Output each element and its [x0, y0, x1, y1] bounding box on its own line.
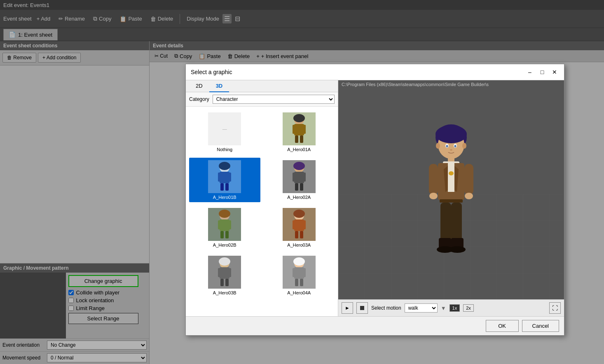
svg-rect-72 — [440, 203, 451, 242]
character-illustration — [414, 122, 488, 266]
graphic-item-hero02a[interactable]: A_Hero02A — [264, 158, 335, 202]
svg-rect-9 — [218, 173, 221, 182]
graphic-item-hero01a[interactable]: A_Hero01A — [264, 110, 335, 154]
svg-rect-65 — [448, 163, 454, 192]
category-select[interactable]: Character Map Object Vehicle Effect — [213, 95, 335, 104]
svg-point-6 — [293, 114, 305, 122]
graphic-item-hero03a[interactable]: A_Hero03A — [264, 205, 335, 250]
graphic-thumb-hero01b — [208, 160, 241, 193]
svg-rect-2 — [293, 125, 296, 134]
motion-select[interactable]: walk run idle attack — [405, 303, 438, 313]
svg-rect-10 — [228, 173, 231, 182]
speed-2x-button[interactable]: 2x — [463, 304, 474, 312]
dialog-controls: – □ ✕ — [525, 68, 559, 77]
dialog-maximize-button[interactable]: □ — [538, 68, 547, 77]
svg-rect-37 — [218, 268, 221, 277]
svg-point-58 — [454, 145, 457, 147]
fullscreen-icon: ⛶ — [552, 305, 558, 311]
graphic-name-hero02a: A_Hero02A — [287, 195, 311, 200]
graphic-item-hero02b[interactable]: A_Hero02B — [189, 205, 260, 250]
graphic-name-hero02b: A_Hero02B — [213, 243, 236, 247]
svg-point-66 — [449, 171, 454, 175]
graphic-name-nothing: Nothing — [217, 147, 232, 152]
cancel-button[interactable]: Cancel — [522, 320, 559, 332]
graphic-name-hero03b: A_Hero03B — [213, 290, 236, 295]
motion-bar: ► Select motion walk run idle attack ▼ 1… — [338, 299, 564, 316]
dialog-body: 2D 3D Category Character Map Object Vehi… — [186, 80, 564, 316]
category-label: Category — [189, 96, 209, 102]
stop-icon — [360, 306, 364, 310]
graphic-item-hero04a[interactable]: A_Hero04A — [264, 253, 335, 298]
svg-rect-70 — [464, 164, 473, 195]
svg-rect-39 — [220, 279, 224, 286]
svg-point-34 — [293, 210, 305, 218]
svg-rect-40 — [225, 279, 229, 286]
svg-rect-67 — [440, 199, 463, 203]
svg-rect-17 — [302, 173, 306, 182]
ok-button[interactable]: OK — [486, 320, 519, 332]
svg-rect-3 — [302, 125, 306, 134]
graphic-name-hero01b: A_Hero01B — [213, 195, 236, 200]
dialog-close-button[interactable]: ✕ — [550, 68, 559, 77]
svg-point-13 — [219, 162, 230, 170]
svg-point-52 — [435, 125, 467, 143]
svg-point-41 — [219, 257, 230, 266]
svg-rect-68 — [429, 164, 438, 195]
motion-label: Select motion — [371, 305, 401, 311]
graphic-item-hero01b[interactable]: A_Hero01B — [189, 158, 260, 202]
svg-rect-44 — [293, 268, 296, 277]
graphic-thumb-hero03b — [208, 256, 241, 289]
svg-point-77 — [449, 246, 466, 253]
graphic-item-hero03b[interactable]: A_Hero03B — [189, 253, 260, 298]
svg-point-69 — [429, 193, 438, 199]
svg-rect-25 — [220, 231, 224, 238]
dialog-left: 2D 3D Category Character Map Object Vehi… — [186, 80, 338, 316]
speed-1x-button[interactable]: 1x — [449, 304, 460, 312]
svg-rect-45 — [302, 268, 306, 277]
graphic-thumb-hero01a — [283, 112, 316, 145]
svg-point-54 — [462, 143, 466, 149]
graphic-thumb-hero03a — [283, 208, 316, 241]
svg-rect-12 — [225, 183, 229, 191]
svg-rect-32 — [295, 231, 298, 238]
dialog-titlebar: Select a graphic – □ ✕ — [186, 64, 564, 80]
svg-rect-23 — [218, 220, 221, 229]
svg-rect-24 — [228, 220, 231, 229]
dialog-category: Category Character Map Object Vehicle Ef… — [186, 92, 338, 107]
graphic-name-hero03a: A_Hero03A — [287, 243, 311, 247]
dialog-minimize-button[interactable]: – — [525, 68, 534, 77]
graphic-grid-container[interactable]: — Nothing — [186, 107, 338, 316]
svg-rect-47 — [300, 279, 303, 286]
preview-path: C:\Program Files (x86)\Steam\steamapps\c… — [338, 80, 564, 89]
svg-rect-73 — [451, 203, 462, 242]
svg-point-59 — [450, 149, 452, 151]
graphic-name-hero04a: A_Hero04A — [287, 290, 311, 295]
svg-rect-18 — [295, 183, 298, 191]
svg-rect-33 — [300, 231, 303, 238]
graphic-item-nothing[interactable]: — Nothing — [189, 110, 260, 154]
svg-rect-19 — [300, 183, 303, 191]
svg-point-48 — [293, 257, 305, 266]
svg-rect-16 — [293, 173, 296, 182]
preview-3d — [338, 89, 564, 299]
svg-rect-30 — [293, 220, 296, 229]
svg-rect-38 — [228, 268, 231, 277]
graphic-thumb-hero04a — [283, 256, 316, 289]
tab-3d[interactable]: 3D — [209, 80, 229, 92]
svg-point-71 — [465, 193, 473, 199]
character-svg — [414, 122, 488, 274]
svg-point-20 — [293, 162, 305, 170]
fullscreen-button[interactable]: ⛶ — [549, 302, 561, 314]
svg-rect-46 — [295, 279, 298, 286]
svg-rect-4 — [295, 135, 298, 143]
play-button[interactable]: ► — [342, 302, 353, 314]
tab-2d[interactable]: 2D — [189, 80, 209, 92]
dialog-right: C:\Program Files (x86)\Steam\steamapps\c… — [338, 80, 564, 316]
graphic-name-hero01a: A_Hero01A — [287, 147, 311, 152]
svg-point-53 — [436, 143, 440, 149]
svg-rect-5 — [300, 135, 303, 143]
graphic-thumb-nothing: — — [208, 112, 241, 145]
stop-button[interactable] — [356, 302, 368, 314]
dialog-title: Select a graphic — [191, 69, 232, 75]
svg-rect-11 — [220, 183, 224, 191]
